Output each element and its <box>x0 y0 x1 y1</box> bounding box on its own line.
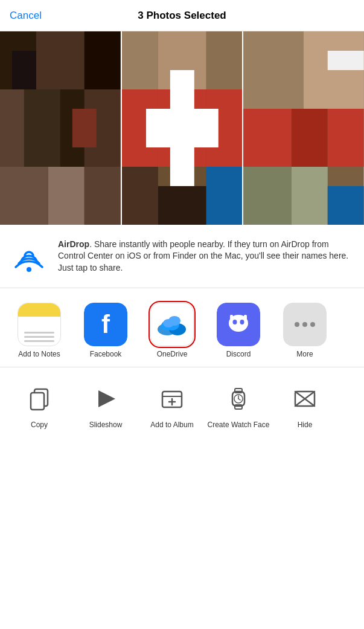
apps-row: Add to Notes f Facebook On <box>0 288 364 367</box>
svg-point-42 <box>163 319 174 327</box>
airdrop-description: AirDrop. Share instantly with people nea… <box>58 239 354 274</box>
app-label-facebook: Facebook <box>90 350 122 358</box>
cancel-button[interactable]: Cancel <box>10 10 42 22</box>
create-watch-face-icon <box>222 382 255 416</box>
hide-icon <box>288 382 322 416</box>
svg-rect-24 <box>158 186 206 225</box>
app-item-more[interactable]: More <box>272 300 338 361</box>
actions-row: Copy Slideshow Add to Album <box>0 367 364 436</box>
dot-3 <box>310 322 315 327</box>
app-item-notes[interactable]: Add to Notes <box>6 300 72 361</box>
svg-rect-9 <box>48 167 85 225</box>
photo-thumb-1[interactable] <box>0 31 121 225</box>
svg-rect-46 <box>230 315 233 320</box>
action-label-create-watch-face: Create Watch Face <box>208 421 270 430</box>
svg-rect-3 <box>85 31 121 89</box>
svg-rect-30 <box>243 109 292 167</box>
app-label-discord: Discord <box>226 350 251 358</box>
airdrop-label: AirDrop <box>58 239 89 249</box>
photo-thumb-3[interactable] <box>243 31 364 225</box>
svg-rect-8 <box>0 167 48 225</box>
notes-line-3 <box>24 340 54 342</box>
svg-rect-11 <box>12 51 36 89</box>
slideshow-icon <box>89 382 123 416</box>
svg-rect-14 <box>122 31 158 89</box>
app-item-discord[interactable]: Discord <box>205 300 272 361</box>
onedrive-icon <box>150 303 194 346</box>
onedrive-icon-wrapper <box>150 303 194 346</box>
dot-2 <box>302 322 307 327</box>
action-item-copy[interactable]: Copy <box>6 382 72 430</box>
copy-icon <box>22 382 56 416</box>
notes-icon-wrapper <box>18 303 61 346</box>
more-icon <box>283 303 327 346</box>
svg-rect-22 <box>146 109 219 147</box>
action-item-hide[interactable]: Hide <box>272 382 338 430</box>
more-icon-wrapper <box>283 303 327 346</box>
svg-rect-35 <box>328 186 364 225</box>
svg-rect-32 <box>328 109 364 167</box>
header: Cancel 3 Photos Selected <box>0 0 364 31</box>
action-label-copy: Copy <box>31 421 48 430</box>
photos-strip <box>0 31 364 225</box>
svg-rect-16 <box>206 31 242 89</box>
svg-rect-47 <box>244 315 247 320</box>
app-label-more: More <box>296 350 313 358</box>
discord-icon-wrapper <box>217 303 260 346</box>
svg-rect-29 <box>328 51 364 70</box>
facebook-icon-wrapper: f <box>84 303 127 346</box>
svg-rect-10 <box>85 167 121 225</box>
svg-point-45 <box>240 320 244 324</box>
app-item-onedrive[interactable]: OneDrive <box>139 300 205 361</box>
facebook-icon: f <box>84 303 127 346</box>
svg-rect-2 <box>36 31 85 89</box>
svg-rect-4 <box>0 89 24 167</box>
app-label-onedrive: OneDrive <box>157 350 188 358</box>
svg-rect-25 <box>206 167 242 225</box>
airdrop-section: AirDrop. Share instantly with people nea… <box>0 225 364 288</box>
svg-rect-33 <box>243 167 292 225</box>
svg-point-44 <box>233 320 237 324</box>
app-label-notes: Add to Notes <box>18 350 60 358</box>
notes-line-1 <box>24 332 54 334</box>
notes-line-2 <box>24 336 54 338</box>
add-to-album-icon <box>155 382 189 416</box>
svg-rect-34 <box>292 167 328 225</box>
notes-top-bar <box>18 303 60 317</box>
action-label-slideshow: Slideshow <box>89 421 123 430</box>
action-label-hide: Hide <box>298 421 313 430</box>
svg-rect-23 <box>122 167 158 225</box>
dot-1 <box>295 322 299 327</box>
svg-rect-12 <box>72 109 97 147</box>
svg-rect-49 <box>31 393 44 410</box>
svg-rect-31 <box>292 109 328 167</box>
photo-thumb-2[interactable] <box>122 31 243 225</box>
action-item-slideshow[interactable]: Slideshow <box>72 382 139 430</box>
discord-icon <box>217 303 260 346</box>
notes-icon <box>18 303 61 346</box>
action-label-add-to-album: Add to Album <box>150 421 193 430</box>
notes-lines <box>24 332 54 342</box>
svg-point-36 <box>27 267 31 272</box>
svg-rect-5 <box>24 89 60 167</box>
action-item-create-watch-face[interactable]: Create Watch Face <box>205 382 272 430</box>
airdrop-icon <box>10 237 48 276</box>
page-title: 3 Photos Selected <box>138 10 226 22</box>
svg-rect-27 <box>243 31 304 109</box>
action-item-add-to-album[interactable]: Add to Album <box>139 382 205 430</box>
svg-marker-50 <box>98 390 115 407</box>
app-item-facebook[interactable]: f Facebook <box>72 300 139 361</box>
svg-line-60 <box>238 399 240 400</box>
